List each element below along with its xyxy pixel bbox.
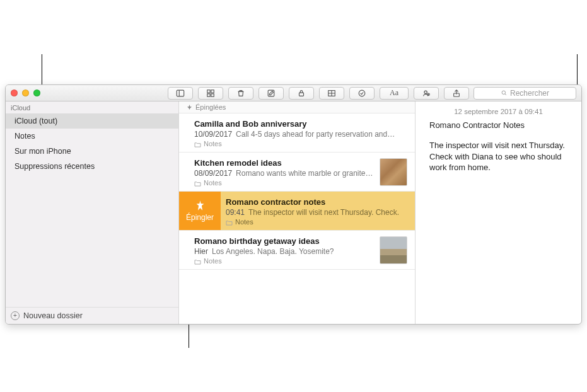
note-timestamp: 12 septembre 2017 à 09:41	[429, 108, 567, 115]
note-folder-label: Notes	[204, 179, 222, 187]
note-meta: 09:41The inspector will visit next Thurs…	[226, 208, 407, 217]
share-button[interactable]	[444, 87, 469, 100]
note-preview: The inspector will visit next Thursday. …	[248, 208, 399, 217]
sidebar-item-label: iCloud (tout)	[15, 117, 57, 125]
svg-point-12	[424, 91, 427, 93]
note-folder-label: Notes	[204, 257, 222, 265]
svg-rect-0	[177, 90, 183, 96]
sidebar-section-header: iCloud	[6, 101, 178, 113]
note-meta: 08/09/2017Romano wants white marble or g…	[194, 169, 375, 178]
folder-icon	[194, 141, 201, 147]
toggle-sidebar-button[interactable]	[168, 87, 193, 100]
note-folder: Notes	[194, 257, 375, 265]
new-note-button[interactable]	[259, 87, 284, 100]
lock-note-button[interactable]	[289, 87, 314, 100]
search-placeholder: Rechercher	[510, 89, 549, 98]
pin-icon	[194, 200, 206, 212]
svg-rect-3	[211, 89, 214, 92]
svg-rect-5	[211, 93, 214, 96]
app-window: Aa Rechercher iCloud iCloud (tout) Notes…	[5, 84, 582, 325]
new-folder-label: Nouveau dossier	[23, 311, 83, 320]
note-date: 10/09/2017	[194, 130, 232, 139]
note-row[interactable]: Kitchen remodel ideas 08/09/2017Romano w…	[179, 153, 415, 192]
plus-icon: +	[11, 311, 20, 320]
note-meta: HierLos Angeles. Napa. Baja. Yosemite?	[194, 247, 375, 256]
folder-icon	[194, 180, 201, 186]
note-thumbnail	[380, 236, 407, 264]
pinned-section-header: Épinglées	[179, 101, 415, 113]
zoom-window-button[interactable]	[33, 89, 40, 96]
sidebar-item-label: Suppressions récentes	[15, 162, 95, 171]
sidebar-item-label: Notes	[15, 132, 35, 141]
window-controls	[11, 89, 40, 96]
note-folder: Notes	[194, 179, 375, 187]
note-row-selected[interactable]: Épingler Romano contractor notes 09:41Th…	[179, 192, 415, 231]
svg-point-11	[359, 90, 365, 96]
delete-note-button[interactable]	[228, 87, 253, 100]
notes-list: Épinglées Camilla and Bob anniversary 10…	[179, 101, 416, 324]
sidebar-item-label: Sur mon iPhone	[15, 147, 71, 156]
note-preview: Call 4-5 days ahead for party reservatio…	[236, 130, 395, 139]
note-title: Kitchen remodel ideas	[194, 158, 375, 168]
note-title: Romano birthday getaway ideas	[194, 236, 375, 246]
sidebar-item-notes[interactable]: Notes	[6, 129, 178, 144]
sidebar-item-on-my-iphone[interactable]: Sur mon iPhone	[6, 144, 178, 159]
note-folder: Notes	[226, 218, 407, 226]
format-button[interactable]: Aa	[380, 87, 409, 100]
checklist-button[interactable]	[349, 87, 375, 100]
pin-icon	[187, 105, 192, 110]
search-icon	[501, 89, 508, 96]
table-button[interactable]	[319, 87, 344, 100]
folders-sidebar: iCloud iCloud (tout) Notes Sur mon iPhon…	[6, 101, 179, 324]
note-date: 09:41	[226, 208, 245, 217]
svg-point-17	[502, 91, 506, 95]
content-area: iCloud iCloud (tout) Notes Sur mon iPhon…	[6, 101, 581, 324]
svg-rect-6	[268, 90, 274, 96]
note-date: Hier	[194, 247, 208, 256]
search-field[interactable]: Rechercher	[474, 87, 576, 100]
note-detail: 12 septembre 2017 à 09:41 Romano Contrac…	[416, 101, 581, 324]
note-date: 08/09/2017	[194, 169, 232, 178]
add-people-button[interactable]	[414, 87, 439, 100]
note-body[interactable]: The inspector will visit next Thursday. …	[429, 140, 567, 173]
titlebar: Aa Rechercher	[6, 85, 581, 101]
note-detail-title[interactable]: Romano Contractor Notes	[429, 120, 567, 130]
svg-line-18	[505, 94, 506, 95]
folder-icon	[194, 258, 201, 264]
sidebar-item-icloud-all[interactable]: iCloud (tout)	[6, 113, 178, 129]
toolbar: Aa	[168, 87, 469, 100]
pin-action-label: Épingler	[186, 213, 214, 222]
note-thumbnail	[380, 158, 407, 186]
note-preview: Romano wants white marble or granite…	[236, 169, 373, 178]
folder-icon	[226, 219, 233, 225]
note-row[interactable]: Camilla and Bob anniversary 10/09/2017Ca…	[179, 113, 415, 153]
gallery-view-button[interactable]	[198, 87, 223, 100]
svg-rect-4	[207, 93, 210, 96]
new-folder-button[interactable]: + Nouveau dossier	[6, 307, 178, 324]
note-folder-label: Notes	[235, 218, 253, 226]
note-folder: Notes	[194, 140, 407, 147]
svg-rect-7	[299, 93, 304, 96]
close-window-button[interactable]	[11, 89, 18, 96]
note-title: Camilla and Bob anniversary	[194, 119, 407, 129]
sidebar-item-recently-deleted[interactable]: Suppressions récentes	[6, 159, 178, 174]
minimize-window-button[interactable]	[22, 89, 29, 96]
note-preview: Los Angeles. Napa. Baja. Yosemite?	[212, 247, 334, 256]
pin-note-action[interactable]: Épingler	[179, 192, 221, 230]
note-folder-label: Notes	[204, 140, 222, 147]
svg-rect-2	[207, 89, 210, 92]
note-meta: 10/09/2017Call 4-5 days ahead for party …	[194, 130, 407, 139]
note-row[interactable]: Romano birthday getaway ideas HierLos An…	[179, 231, 415, 270]
note-title: Romano contractor notes	[226, 197, 407, 207]
pinned-label: Épinglées	[195, 103, 226, 111]
